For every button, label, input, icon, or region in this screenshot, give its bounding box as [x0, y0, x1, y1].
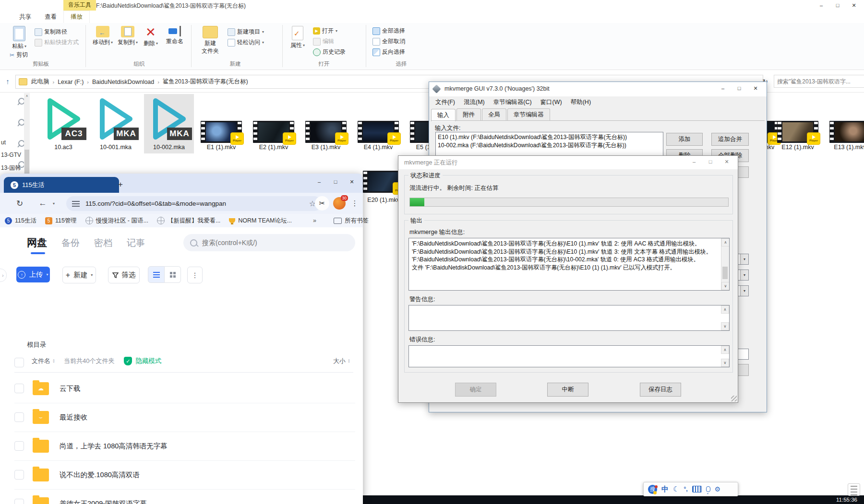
- bookmark-item[interactable]: 5 115管理: [45, 217, 77, 225]
- file-name[interactable]: E13 (1).mkv: [821, 144, 864, 151]
- file-item[interactable]: Player: [253, 121, 294, 143]
- row-checkbox[interactable]: [14, 412, 24, 422]
- upload-button[interactable]: ↑ 上传 ▾: [16, 267, 50, 282]
- file-item-selected[interactable]: MKA: [148, 96, 190, 142]
- folder-row[interactable]: 尚道，上学去 1080高清韩语无字幕: [14, 432, 355, 461]
- cloud-search-box[interactable]: [183, 234, 355, 251]
- output-scrollbar[interactable]: ∧ ∨: [721, 238, 729, 290]
- file-name[interactable]: 10-001.mka: [87, 144, 144, 151]
- bookmarks-overflow-icon[interactable]: »: [313, 217, 316, 224]
- mkv-tab-chapter-editor[interactable]: 章节编辑器: [507, 108, 550, 121]
- explorer-search-input[interactable]: [774, 75, 864, 88]
- folder-name[interactable]: 善德女王2009-国韩双语字幕: [60, 499, 147, 504]
- menu-chapter-editor[interactable]: 章节编辑器(C): [489, 97, 536, 108]
- scroll-up-icon[interactable]: ∧: [721, 346, 729, 354]
- copy-to-button[interactable]: 复制到▾: [116, 26, 139, 47]
- close-button[interactable]: ✕: [846, 0, 862, 11]
- ok-button[interactable]: 确定: [455, 383, 496, 397]
- root-dir-label[interactable]: 根目录: [27, 340, 47, 349]
- back-button[interactable]: ←: [36, 197, 50, 210]
- input-file-row[interactable]: 10-002.mka (F:\BaiduNetdiskDownload\鲨鱼20…: [436, 141, 663, 150]
- column-size[interactable]: 大小: [333, 357, 346, 365]
- file-item[interactable]: Player: [358, 121, 399, 143]
- grid-view-button[interactable]: [165, 266, 181, 283]
- file-name[interactable]: E4 (1).mkv: [349, 144, 407, 151]
- breadcrumb-current-folder[interactable]: 鲨鱼2013-国韩双语字幕(无台标): [163, 78, 248, 86]
- folder-row[interactable]: 说不出的爱.1080高清双语: [14, 460, 355, 490]
- sort-icon[interactable]: ▲▼: [348, 359, 350, 363]
- move-to-button[interactable]: ← 移动到▾: [91, 26, 114, 47]
- delete-button[interactable]: ✕ 删除▾: [141, 26, 160, 47]
- file-name[interactable]: E1 (1).mkv: [192, 144, 250, 151]
- tab-share[interactable]: 共享: [12, 11, 38, 23]
- nav-item-partial[interactable]: ut: [1, 139, 6, 146]
- menu-window[interactable]: 窗口(W): [536, 97, 566, 108]
- scroll-up-icon[interactable]: ∧: [721, 305, 729, 314]
- mkv-tab-input[interactable]: 输入: [431, 109, 456, 121]
- sort-icon[interactable]: ▲▼: [52, 359, 55, 363]
- input-file-row[interactable]: E10 (1).mkv (F:\BaiduNetdiskDownload\鲨鱼2…: [436, 132, 663, 141]
- ime-language-bar[interactable]: 搜 中 ☾ °, ⚙: [643, 482, 738, 496]
- scroll-up-icon[interactable]: ∧: [721, 238, 730, 246]
- breadcrumb-this-pc[interactable]: 此电脑: [31, 78, 49, 86]
- rename-button[interactable]: 重命名: [162, 26, 187, 46]
- url-input[interactable]: [84, 199, 269, 208]
- resize-grip[interactable]: [731, 396, 737, 401]
- row-checkbox[interactable]: [14, 384, 24, 393]
- minimize-button[interactable]: –: [813, 0, 829, 11]
- select-all-button[interactable]: 全部选择: [372, 27, 405, 35]
- easy-access-button[interactable]: 轻松访问▾: [228, 38, 264, 47]
- site-settings-icon[interactable]: [72, 201, 80, 207]
- omnibox[interactable]: ☆: [66, 196, 322, 211]
- folder-row[interactable]: ⌣ 最近接收: [14, 403, 355, 432]
- minimize-button[interactable]: –: [715, 83, 731, 94]
- file-name[interactable]: 10.ac3: [35, 144, 92, 151]
- paste-button[interactable]: 粘贴▾: [10, 26, 29, 50]
- open-button[interactable]: ▶ 打开▾: [313, 27, 337, 35]
- menu-file[interactable]: 文件(F): [431, 97, 459, 108]
- edit-button[interactable]: 编辑: [313, 37, 334, 46]
- scroll-down-icon[interactable]: ∨: [721, 282, 730, 290]
- nav-scrollbar[interactable]: ∧: [24, 93, 30, 176]
- folder-name[interactable]: 云下载: [60, 384, 81, 393]
- tab-notes[interactable]: 记事: [127, 237, 145, 249]
- close-button[interactable]: ✕: [747, 83, 764, 94]
- list-view-button[interactable]: [148, 266, 165, 283]
- append-button[interactable]: 追加合并: [711, 133, 749, 146]
- browser-tab[interactable]: 5 115生活: [4, 177, 119, 193]
- row-checkbox[interactable]: [14, 470, 24, 480]
- file-name[interactable]: E2 (1).mkv: [245, 144, 302, 151]
- tab-backup[interactable]: 备份: [61, 237, 80, 249]
- sidebar-toggle[interactable]: ›: [0, 269, 7, 282]
- extension-icon[interactable]: 30: [333, 197, 346, 210]
- bookmark-item[interactable]: NORM TEAM论坛...: [229, 217, 292, 225]
- new-tab-button[interactable]: +: [114, 178, 127, 191]
- add-button[interactable]: 添加: [666, 133, 703, 146]
- select-none-button[interactable]: 全部取消: [372, 37, 405, 46]
- errors-box[interactable]: ∧ ∨: [408, 345, 730, 367]
- file-item[interactable]: MKA: [95, 96, 137, 142]
- abort-button[interactable]: 中断: [547, 383, 588, 397]
- half-moon-icon[interactable]: ☾: [673, 485, 679, 493]
- cloud-search-input[interactable]: [201, 238, 323, 247]
- floating-widget-icon[interactable]: [848, 483, 860, 496]
- folder-row[interactable]: ☁ 云下载: [14, 374, 355, 403]
- select-all-checkbox[interactable]: [14, 358, 24, 367]
- breadcrumb-drive[interactable]: Lexar (F:): [58, 79, 84, 85]
- chinese-mode-icon[interactable]: 中: [661, 485, 669, 494]
- soft-keyboard-icon[interactable]: [692, 486, 702, 492]
- maximize-button[interactable]: □: [702, 156, 719, 167]
- maximize-button[interactable]: □: [327, 176, 344, 187]
- bookmark-item[interactable]: 慢慢游社区 - 国语...: [85, 217, 148, 225]
- nav-item-partial[interactable]: 13-GTV: [1, 152, 21, 158]
- tab-wangpan[interactable]: 网盘: [27, 236, 47, 249]
- menu-help[interactable]: 帮助(H): [566, 97, 595, 108]
- close-button[interactable]: ×: [719, 156, 735, 167]
- browser-menu-kebab-icon[interactable]: ⋮: [349, 197, 360, 210]
- new-folder-button[interactable]: 新建 文件夹: [198, 26, 223, 55]
- file-item[interactable]: Player: [305, 121, 347, 143]
- close-button[interactable]: ✕: [344, 176, 360, 187]
- filter-button[interactable]: 筛选: [108, 267, 140, 283]
- file-name[interactable]: E12 (1).mkv: [769, 144, 827, 151]
- output-messages-box[interactable]: 'F:\BaiduNetdiskDownload\鲨鱼2013-国韩双语字幕(无…: [408, 238, 730, 291]
